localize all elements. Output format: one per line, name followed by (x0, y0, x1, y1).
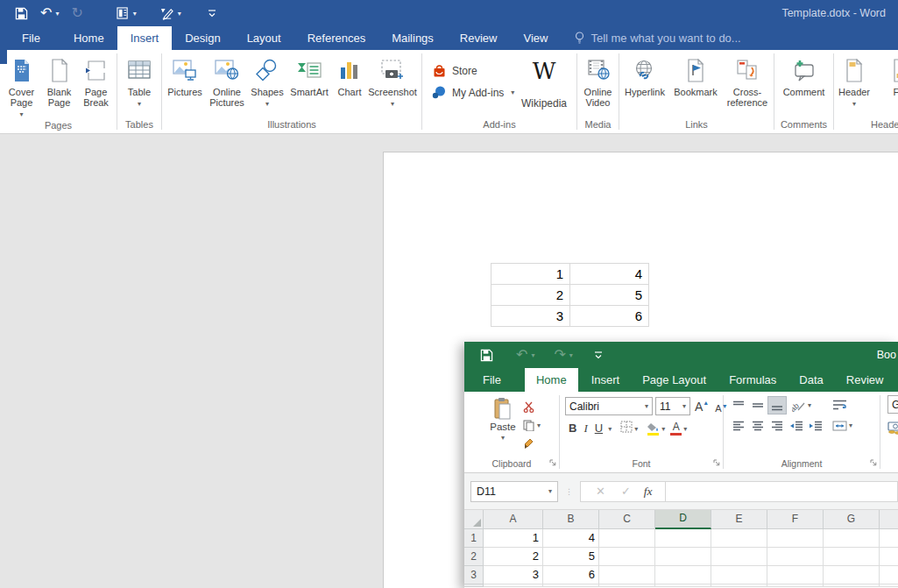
cell-G4-partial[interactable] (824, 584, 880, 587)
header-dropdown-arrow[interactable]: ▾ (852, 99, 856, 110)
header-button[interactable]: Header ▾ (834, 53, 874, 119)
table-cell[interactable]: 4 (570, 264, 649, 285)
cell-C4-partial[interactable] (599, 584, 655, 587)
font-color-button[interactable]: A (670, 422, 682, 436)
cell-G3[interactable] (824, 566, 880, 584)
cell-B1[interactable]: 4 (543, 529, 599, 548)
tab-file[interactable]: File (9, 26, 53, 50)
cell-A3[interactable]: 3 (484, 566, 543, 584)
screenshot-button[interactable]: Screenshot ▾ (366, 53, 419, 119)
customize-qat-button[interactable] (208, 9, 216, 18)
accounting-format-button[interactable]: ▾ (887, 421, 898, 435)
column-header-F[interactable]: F (767, 510, 824, 529)
screenshot-dropdown-arrow[interactable]: ▾ (391, 99, 394, 110)
table-button[interactable]: Table ▾ (120, 53, 159, 119)
cell-D4-partial[interactable] (655, 584, 711, 587)
tab-references[interactable]: References (294, 26, 378, 50)
redo-button[interactable]: ↻ (71, 6, 82, 20)
excel-tab-page-layout[interactable]: Page Layout (631, 368, 718, 392)
page-break-button[interactable]: Page Break (78, 53, 115, 120)
italic-button[interactable]: I (583, 422, 587, 436)
name-box-dropdown-arrow[interactable]: ▾ (548, 487, 552, 495)
increase-indent-button[interactable] (806, 416, 825, 435)
tab-mailings[interactable]: Mailings (378, 26, 447, 50)
cell-C1[interactable] (599, 529, 655, 548)
cell-C2[interactable] (599, 548, 655, 566)
orientation-dropdown-arrow[interactable]: ▾ (808, 401, 811, 409)
row-header-1[interactable]: 1 (464, 529, 484, 548)
clipboard-dialog-launcher[interactable] (549, 454, 556, 470)
cut-button[interactable] (523, 398, 541, 416)
name-box[interactable]: D11 ▾ (470, 481, 558, 502)
tab-layout[interactable]: Layout (234, 26, 294, 50)
online-video-button[interactable]: Online Video (578, 53, 618, 119)
excel-save-button[interactable] (480, 349, 493, 362)
comment-button[interactable]: Comment (778, 53, 831, 119)
column-header-C[interactable]: C (599, 510, 655, 529)
tab-home[interactable]: Home (60, 26, 117, 50)
cell-A1[interactable]: 1 (484, 529, 543, 548)
chart-button[interactable]: Chart (333, 53, 366, 119)
table-cell[interactable]: 6 (570, 306, 649, 327)
enter-icon[interactable]: ✓ (621, 485, 631, 498)
cell-D2[interactable] (655, 548, 711, 566)
bold-button[interactable]: B (569, 422, 576, 436)
online-pictures-button[interactable]: Online Pictures (205, 53, 249, 119)
cell-E2[interactable] (711, 548, 767, 566)
cancel-icon[interactable]: ✕ (596, 485, 605, 498)
reading-mode-button[interactable]: ▾ (117, 7, 137, 19)
decrease-indent-button[interactable] (787, 416, 806, 435)
cell-B3[interactable]: 6 (543, 566, 599, 584)
row-header-2[interactable]: 2 (464, 548, 484, 566)
cell-G1[interactable] (824, 529, 880, 548)
increase-font-size-icon[interactable]: A▲ (695, 400, 709, 414)
excel-tab-insert[interactable]: Insert (580, 368, 632, 392)
font-name-dropdown-arrow[interactable]: ▾ (641, 402, 648, 410)
cell-G2[interactable] (824, 548, 880, 566)
paste-button[interactable]: Paste ▾ (483, 395, 523, 457)
cell-F4-partial[interactable] (767, 584, 824, 587)
shapes-button[interactable]: Shapes ▾ (249, 53, 286, 119)
underline-button[interactable]: U (595, 422, 603, 436)
align-center-button[interactable] (748, 416, 767, 435)
table-cell[interactable]: 3 (491, 306, 570, 327)
ink-dropdown-arrow[interactable]: ▾ (178, 10, 181, 18)
cell-H2-partial[interactable] (880, 548, 898, 566)
excel-tab-file[interactable]: File (471, 368, 513, 392)
top-align-button[interactable] (729, 396, 748, 414)
tab-insert[interactable]: Insert (117, 26, 173, 50)
excel-tab-formulas[interactable]: Formulas (718, 368, 788, 392)
my-addins-dropdown-arrow[interactable]: ▾ (511, 89, 514, 96)
undo-dropdown-arrow[interactable]: ▾ (531, 351, 534, 359)
font-size-combo[interactable]: 11▾ (655, 397, 690, 415)
number-format-combo[interactable]: Gene (887, 395, 898, 414)
column-header-E[interactable]: E (711, 510, 767, 529)
tab-design[interactable]: Design (172, 26, 233, 50)
orientation-button[interactable]: ab▾ (792, 400, 813, 412)
table-cell[interactable]: 1 (491, 264, 570, 285)
shapes-dropdown-arrow[interactable]: ▾ (265, 99, 269, 110)
tab-view[interactable]: View (510, 26, 561, 50)
undo-button[interactable]: ↶▾ (40, 6, 59, 20)
excel-tab-view-partial[interactable]: V (894, 368, 898, 392)
font-name-combo[interactable]: Calibri▾ (565, 397, 653, 415)
excel-tab-review[interactable]: Review (835, 368, 895, 392)
cell-A4-partial[interactable] (484, 584, 543, 587)
paste-dropdown-arrow[interactable]: ▾ (501, 434, 505, 442)
cell-E1[interactable] (711, 529, 767, 548)
select-all-button[interactable] (464, 510, 484, 529)
font-size-dropdown-arrow[interactable]: ▾ (679, 402, 686, 410)
smartart-button[interactable]: SmartArt (286, 53, 333, 119)
table-dropdown-arrow[interactable]: ▾ (138, 99, 141, 110)
formula-bar-input[interactable] (666, 481, 898, 502)
middle-align-button[interactable] (748, 396, 767, 414)
copy-button[interactable]: ▾ (523, 416, 541, 435)
cover-page-button[interactable]: Cover Page ▾ (3, 53, 41, 120)
hyperlink-button[interactable]: Hyperlink (620, 53, 669, 119)
row-header-3[interactable]: 3 (464, 566, 484, 584)
align-left-button[interactable] (729, 416, 748, 435)
insert-function-button[interactable]: fx (644, 485, 653, 499)
cell-H3-partial[interactable] (880, 566, 898, 584)
merge-center-button[interactable]: ▾ (832, 415, 854, 436)
cell-B2[interactable]: 5 (543, 548, 599, 566)
